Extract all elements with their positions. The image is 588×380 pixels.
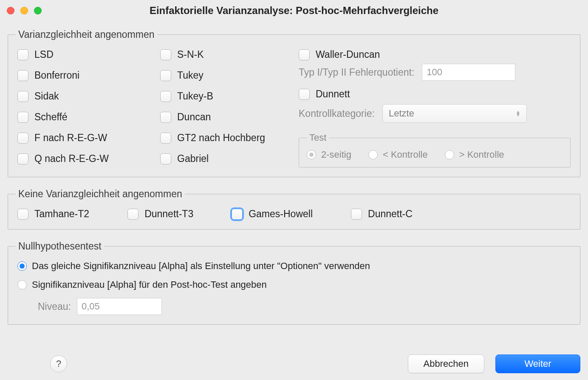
level-input[interactable]: 0,05 (77, 298, 162, 315)
checkbox-label: Games-Howell (249, 208, 313, 220)
window-controls (7, 7, 42, 14)
checkbox-bonferroni[interactable]: Bonferroni (17, 70, 158, 81)
checkbox-label: LSD (34, 49, 54, 60)
radio-label: < Kontrolle (383, 149, 428, 160)
dialog-title: Einfaktorielle Varianzanalyse: Post-hoc-… (0, 5, 588, 17)
checkbox-dunnett-c[interactable]: Dunnett-C (351, 208, 413, 220)
checkbox-label: Waller-Duncan (316, 49, 380, 60)
checkbox-tukey-b[interactable]: Tukey-B (160, 91, 296, 102)
checkbox-waller-duncan[interactable]: Waller-Duncan (299, 49, 571, 60)
radio-label: Das gleiche Signifikanzniveau [Alpha] al… (32, 261, 370, 272)
group-null-hypothesis: Nullhypothesentest Das gleiche Signifika… (8, 241, 580, 325)
level-label: Niveau: (38, 301, 71, 312)
minimize-window-button[interactable] (20, 7, 28, 14)
control-category-label: Kontrollkategorie: (299, 108, 375, 119)
checkbox-label: Bonferroni (34, 70, 79, 81)
cancel-button[interactable]: Abbrechen (408, 354, 484, 373)
checkbox-tamhane-t2[interactable]: Tamhane-T2 (17, 208, 89, 220)
checkbox-gabriel[interactable]: Gabriel (160, 153, 296, 164)
ratio-label: Typ I/Typ II Fehlerquotient: (299, 67, 414, 78)
checkbox-label: Dunnett-T3 (144, 208, 193, 220)
dialog-footer: ? Abbrechen Weiter (8, 354, 580, 373)
test-group: Test 2-seitig < Kontrolle > Kontrolle (299, 132, 571, 167)
checkbox-hochberg-gt2[interactable]: GT2 nach Hochberg (160, 132, 296, 144)
checkbox-label: Tukey (177, 70, 204, 81)
checkbox-regw-q[interactable]: Q nach R-E-G-W (17, 153, 158, 164)
radio-two-sided[interactable]: 2-seitig (307, 149, 351, 160)
checkbox-label: Scheffé (34, 111, 68, 123)
checkbox-games-howell[interactable]: Games-Howell (232, 208, 313, 220)
checkbox-scheffe[interactable]: Scheffé (17, 111, 158, 123)
group-equal-variances-legend: Varianzgleichheit angenommen (16, 29, 157, 40)
continue-button[interactable]: Weiter (495, 354, 580, 373)
checkbox-tukey[interactable]: Tukey (160, 70, 296, 81)
dialog-window: Einfaktorielle Varianzanalyse: Post-hoc-… (0, 0, 588, 380)
checkbox-label: S-N-K (177, 49, 204, 60)
checkbox-label: Q nach R-E-G-W (34, 153, 109, 164)
radio-lt-control[interactable]: < Kontrolle (368, 149, 428, 160)
help-button[interactable]: ? (50, 355, 67, 372)
chevron-updown-icon: ▲▼ (516, 111, 520, 116)
checkbox-sidak[interactable]: Sidak (17, 91, 158, 102)
equal-var-col3: Waller-Duncan Typ I/Typ II Fehlerquotien… (299, 49, 571, 167)
test-group-legend: Test (307, 132, 329, 143)
checkbox-label: Dunnett-C (368, 208, 413, 220)
group-unequal-variances: Keine Varianzgleichheit angenommen Tamha… (8, 188, 580, 230)
checkbox-snk[interactable]: S-N-K (160, 49, 296, 60)
checkbox-label: F nach R-E-G-W (34, 132, 107, 144)
group-unequal-variances-legend: Keine Varianzgleichheit angenommen (16, 188, 185, 200)
zoom-window-button[interactable] (34, 7, 42, 14)
checkbox-duncan[interactable]: Duncan (160, 111, 296, 123)
control-category-select[interactable]: Letzte ▲▼ (382, 104, 527, 123)
checkbox-label: Sidak (34, 91, 59, 102)
checkbox-regw-f[interactable]: F nach R-E-G-W (17, 132, 158, 144)
checkbox-dunnett-t3[interactable]: Dunnett-T3 (127, 208, 193, 220)
checkbox-lsd[interactable]: LSD (17, 49, 158, 60)
radio-gt-control[interactable]: > Kontrolle (445, 149, 504, 160)
dialog-content: Varianzgleichheit angenommen LSD Bonferr… (0, 21, 588, 340)
group-equal-variances: Varianzgleichheit angenommen LSD Bonferr… (8, 29, 580, 177)
radio-label: Signifikanzniveau [Alpha] für den Post-h… (32, 279, 267, 290)
radio-label: > Kontrolle (459, 149, 504, 160)
equal-var-col1: LSD Bonferroni Sidak Scheffé F nach R-E-… (17, 49, 158, 164)
ratio-input[interactable]: 100 (422, 64, 515, 81)
radio-label: 2-seitig (321, 149, 351, 160)
close-window-button[interactable] (7, 7, 14, 14)
checkbox-label: Tamhane-T2 (34, 208, 89, 220)
radio-specify-alpha[interactable]: Signifikanzniveau [Alpha] für den Post-h… (17, 279, 571, 290)
checkbox-label: Gabriel (177, 153, 209, 164)
checkbox-label: Duncan (177, 111, 211, 123)
group-null-hypothesis-legend: Nullhypothesentest (16, 241, 104, 252)
radio-use-options-alpha[interactable]: Das gleiche Signifikanzniveau [Alpha] al… (17, 261, 571, 272)
titlebar: Einfaktorielle Varianzanalyse: Post-hoc-… (0, 0, 588, 21)
checkbox-label: Dunnett (316, 88, 350, 100)
checkbox-label: Tukey-B (177, 91, 213, 102)
checkbox-label: GT2 nach Hochberg (177, 132, 265, 144)
checkbox-dunnett[interactable]: Dunnett (299, 88, 571, 100)
equal-var-col2: S-N-K Tukey Tukey-B Duncan GT2 nach Hoch… (160, 49, 296, 164)
select-value: Letzte (389, 108, 414, 119)
